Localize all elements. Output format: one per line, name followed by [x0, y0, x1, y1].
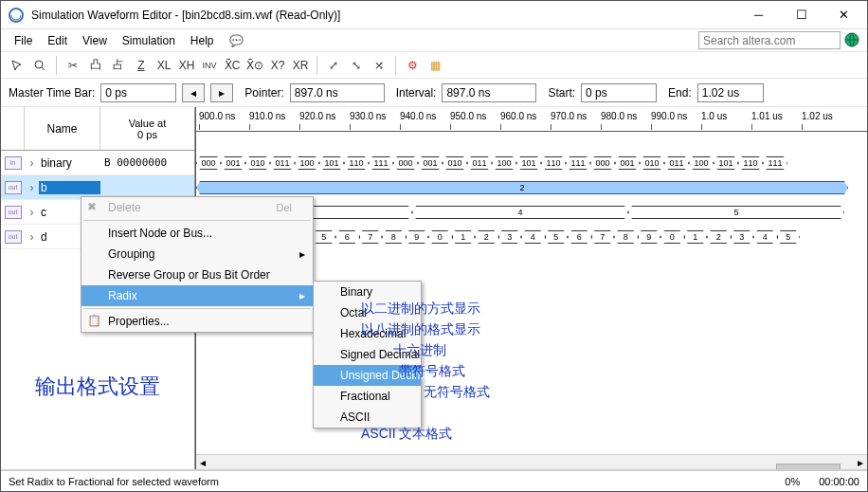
high-impedance-icon[interactable]: Z	[131, 55, 152, 76]
output-bus-icon: out	[5, 206, 22, 219]
radix-octal[interactable]: Octal	[314, 302, 421, 323]
ruler-tick: 990.0 ns	[651, 111, 687, 121]
radix-binary[interactable]: Binary	[314, 282, 421, 302]
globe-icon[interactable]	[844, 32, 861, 49]
waveform-value: 111	[566, 156, 590, 170]
ruler-tick: 960.0 ns	[500, 111, 536, 121]
weak-low-icon[interactable]: XL	[154, 55, 174, 76]
menu-edit[interactable]: Edit	[40, 32, 75, 49]
start-input[interactable]	[581, 83, 657, 102]
ctx-reverse[interactable]: Reverse Group or Bus Bit Order	[81, 264, 313, 285]
waveform-value: 5	[313, 230, 336, 244]
pointer-tool-icon[interactable]	[7, 55, 27, 76]
col-name-header[interactable]: Name	[25, 107, 100, 150]
radix-signed[interactable]: Signed Decimal	[314, 344, 421, 365]
waveform-value: 111	[763, 156, 787, 170]
ctx-radix[interactable]: Radix▸	[81, 285, 313, 306]
start-label: Start:	[548, 86, 575, 100]
radix-hex[interactable]: Hexadecimal	[314, 323, 421, 344]
forcing-unknown-icon[interactable]: ✂	[63, 55, 83, 76]
waveform-value: 7	[591, 230, 615, 244]
minimize-button[interactable]: ─	[737, 2, 780, 28]
pointer-input[interactable]	[290, 83, 385, 102]
waveform-value: 9	[638, 230, 661, 244]
forcing-low-icon[interactable]: 凸	[85, 55, 106, 76]
expand-icon[interactable]: ›	[25, 206, 39, 219]
weak-high-icon[interactable]: XH	[176, 55, 197, 76]
zoom-tool-icon[interactable]	[29, 55, 50, 76]
waveform-value: 011	[467, 156, 492, 170]
properties-icon: 📋	[87, 314, 102, 329]
window-title: Simulation Waveform Editor - [bin2bcd8.s…	[31, 9, 737, 22]
app-icon	[9, 8, 24, 23]
run-sim-icon[interactable]: ▦	[425, 55, 445, 76]
radix-ascii[interactable]: ASCII	[314, 407, 421, 428]
ruler-tick: 920.0 ns	[299, 111, 335, 121]
invert-icon[interactable]: INV	[199, 55, 220, 76]
end-input[interactable]	[697, 83, 764, 102]
close-button[interactable]: ✕	[823, 2, 865, 28]
prev-transition-button[interactable]: ◂	[182, 83, 205, 102]
waveform-value: 011	[270, 156, 295, 170]
col-value-header[interactable]: Value at 0 ps	[100, 107, 194, 150]
expand-icon[interactable]: ›	[25, 156, 39, 170]
snap-transition-icon[interactable]: ⤨	[369, 55, 389, 76]
ctx-delete: ✖ DeleteDel	[81, 197, 313, 218]
waveform-value: 110	[738, 156, 763, 170]
waveform-value: 000	[196, 156, 221, 170]
radix-fractional[interactable]: Fractional	[314, 386, 421, 407]
snap-right-icon[interactable]: ⤡	[346, 55, 367, 76]
waveform-value: 6	[568, 230, 591, 244]
radix-unsigned[interactable]: Unsigned Decimal	[314, 365, 421, 386]
waveform-value: 8	[614, 230, 638, 244]
signal-value: B 00000000	[100, 156, 194, 169]
status-percent: 0%	[785, 476, 800, 487]
waveform-value: 101	[516, 156, 541, 170]
search-input[interactable]	[698, 31, 841, 49]
master-time-input[interactable]	[100, 83, 176, 102]
waveform-value: 4	[753, 230, 777, 244]
menu-simulation[interactable]: Simulation	[115, 32, 183, 49]
next-transition-button[interactable]: ▸	[210, 83, 233, 102]
waveform-value: 100	[689, 156, 714, 170]
ctx-properties[interactable]: 📋 Properties...	[81, 311, 313, 332]
waveform-value: 110	[541, 156, 566, 170]
ruler-tick: 900.0 ns	[199, 111, 235, 121]
output-bus-icon: out	[5, 181, 22, 194]
waveform-value: 111	[369, 156, 393, 170]
waveform-value: 0	[428, 230, 452, 244]
signal-name: binary	[39, 156, 100, 170]
ctx-grouping[interactable]: Grouping▸	[81, 244, 313, 264]
sim-settings-icon[interactable]: ⚙	[402, 55, 423, 76]
waveform-value: 010	[245, 156, 270, 170]
snap-left-icon[interactable]: ⤢	[323, 55, 344, 76]
waveform-value: 3	[498, 230, 522, 244]
waveform-value: 000	[393, 156, 418, 170]
waveform-value: 5	[545, 230, 569, 244]
menu-help[interactable]: Help	[183, 32, 222, 49]
menu-file[interactable]: File	[7, 32, 40, 49]
overwrite-clock-icon[interactable]: X̄⊙	[244, 55, 265, 76]
separator	[83, 220, 311, 221]
expand-icon[interactable]: ›	[25, 181, 39, 194]
menu-view[interactable]: View	[75, 32, 115, 49]
forcing-high-icon[interactable]: 占	[108, 55, 129, 76]
input-bus-icon: in	[5, 156, 22, 170]
expand-icon[interactable]: ›	[25, 230, 39, 244]
ruler-tick: 980.0 ns	[601, 111, 637, 121]
random-value-icon[interactable]: XR	[290, 55, 311, 76]
ctx-insert-node[interactable]: Insert Node or Bus...	[81, 223, 313, 244]
horizontal-scrollbar[interactable]: ◂ ▸	[196, 454, 867, 469]
interval-input[interactable]	[442, 83, 536, 102]
maximize-button[interactable]: ☐	[780, 2, 823, 28]
annotation-big: 输出格式设置	[35, 373, 160, 401]
waveform-value: 2	[475, 230, 498, 244]
waveform-value: 011	[664, 156, 689, 170]
menu-extra-icon[interactable]: 💬	[222, 32, 251, 49]
ruler-tick: 910.0 ns	[249, 111, 285, 121]
ruler-tick: 1.0 us	[701, 111, 727, 121]
signal-row[interactable]: in › binary B 00000000	[1, 151, 194, 175]
count-value-icon[interactable]: X̄C	[222, 55, 243, 76]
arb-value-icon[interactable]: X?	[267, 55, 288, 76]
statusbar: Set Radix to Fractional for selected wav…	[1, 470, 867, 491]
